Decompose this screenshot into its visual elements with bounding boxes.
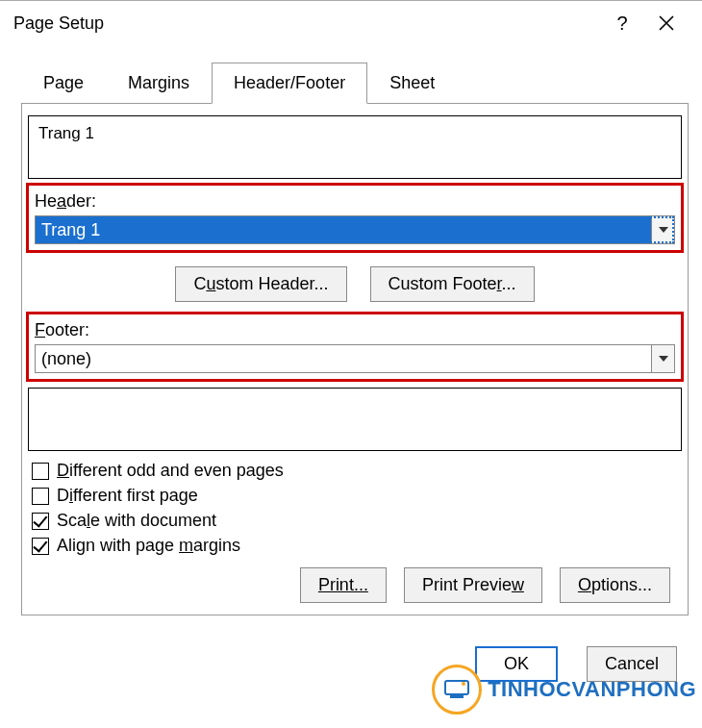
footer-combobox[interactable]: (none) bbox=[35, 344, 675, 373]
header-combobox-value: Trang 1 bbox=[36, 216, 651, 243]
header-section-highlight: Header: Trang 1 bbox=[26, 183, 684, 253]
print-button[interactable]: Print... bbox=[300, 567, 387, 603]
svg-rect-0 bbox=[445, 681, 468, 694]
checkbox-icon bbox=[32, 538, 49, 555]
checkbox-group: Different odd and even pages Different f… bbox=[32, 461, 688, 556]
tab-sheet[interactable]: Sheet bbox=[367, 63, 457, 104]
close-icon bbox=[658, 14, 675, 32]
cancel-button[interactable]: Cancel bbox=[587, 646, 677, 682]
header-preview-text: Trang 1 bbox=[38, 124, 94, 142]
tab-page[interactable]: Page bbox=[21, 63, 106, 104]
check-scale-with-document[interactable]: Scale with document bbox=[32, 511, 688, 531]
titlebar: Page Setup ? bbox=[0, 1, 702, 45]
header-combobox[interactable]: Trang 1 bbox=[35, 215, 675, 244]
footer-preview bbox=[28, 388, 682, 451]
header-combobox-button[interactable] bbox=[651, 216, 674, 243]
svg-rect-1 bbox=[450, 695, 464, 698]
svg-point-2 bbox=[462, 682, 465, 686]
ok-button[interactable]: OK bbox=[475, 646, 558, 682]
check-diff-odd-even[interactable]: Different odd and even pages bbox=[32, 461, 688, 481]
checkbox-icon bbox=[32, 488, 49, 505]
tab-margins[interactable]: Margins bbox=[106, 63, 212, 104]
footer-combobox-value: (none) bbox=[36, 345, 651, 372]
checkbox-icon bbox=[32, 513, 49, 530]
custom-header-button[interactable]: Custom Header... bbox=[175, 266, 346, 302]
custom-footer-button[interactable]: Custom Footer... bbox=[370, 266, 535, 302]
footer-combobox-button[interactable] bbox=[651, 345, 674, 372]
check-diff-first-page[interactable]: Different first page bbox=[32, 486, 688, 506]
options-button[interactable]: Options... bbox=[560, 567, 670, 603]
tab-header-footer[interactable]: Header/Footer bbox=[212, 63, 367, 104]
chevron-down-icon bbox=[659, 227, 668, 233]
print-preview-button[interactable]: Print Preview bbox=[404, 567, 542, 603]
custom-buttons-row: Custom Header... Custom Footer... bbox=[22, 266, 688, 302]
chevron-down-icon bbox=[659, 356, 668, 362]
help-button[interactable]: ? bbox=[600, 1, 644, 45]
header-preview: Trang 1 bbox=[28, 115, 682, 179]
dialog-footer-buttons: OK Cancel bbox=[0, 646, 677, 682]
checkbox-icon bbox=[32, 463, 49, 480]
print-buttons-row: Print... Print Preview Options... bbox=[22, 567, 670, 603]
header-label: Header: bbox=[35, 191, 675, 212]
tab-panel: Trang 1 Header: Trang 1 Custom Header...… bbox=[21, 103, 689, 615]
close-button[interactable] bbox=[644, 1, 689, 45]
tab-strip: Page Margins Header/Footer Sheet bbox=[21, 63, 702, 104]
check-align-page-margins[interactable]: Align with page margins bbox=[32, 536, 688, 556]
footer-label: Footer: bbox=[35, 320, 675, 340]
footer-section-highlight: Footer: (none) bbox=[26, 312, 684, 382]
window-title: Page Setup bbox=[13, 13, 600, 34]
